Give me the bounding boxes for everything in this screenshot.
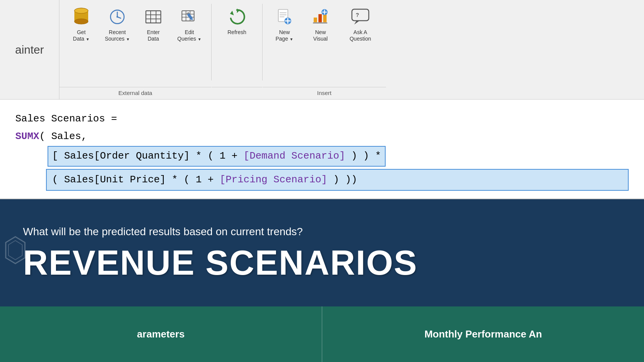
svg-point-3 xyxy=(74,8,88,13)
code-bracket-open: [ Sales[Order Quantity] * ( 1 + xyxy=(52,150,243,162)
get-data-button[interactable]: GetData ▼ xyxy=(64,4,99,45)
code-line-3: [ Sales[Order Quantity] * ( 1 + [Demand … xyxy=(15,146,629,167)
refresh-label: Refresh xyxy=(227,29,246,36)
banner-title: REVENUE SCENARIOS xyxy=(23,246,621,280)
external-data-group-label: External data xyxy=(59,87,211,99)
svg-text:?: ? xyxy=(356,12,359,18)
bottom-card-1-text: arameters xyxy=(137,328,184,340)
toolbar: ainter xyxy=(0,0,644,100)
insert-group-label: Insert xyxy=(263,87,386,99)
clock-icon xyxy=(107,7,127,27)
code-sumx-args: ( Sales, xyxy=(39,129,87,145)
recent-sources-button[interactable]: RecentSources ▼ xyxy=(100,4,135,45)
enter-data-label: EnterData xyxy=(147,29,159,42)
chat-icon: ? xyxy=(350,7,370,27)
refresh-group: Refresh - xyxy=(212,0,262,99)
bottom-card-monthly[interactable]: Monthly Performance An xyxy=(322,306,644,362)
new-visual-button[interactable]: NewVisual xyxy=(303,4,338,45)
banner-decoration xyxy=(4,235,27,271)
svg-marker-40 xyxy=(8,241,22,260)
table-edit-icon xyxy=(179,7,199,27)
refresh-icon xyxy=(227,7,247,27)
enter-data-button[interactable]: EnterData xyxy=(136,4,171,45)
svg-rect-36 xyxy=(352,9,369,21)
code-line-2: SUMX ( Sales, xyxy=(15,129,629,145)
new-visual-label: NewVisual xyxy=(313,29,328,42)
toolbar-left-section: ainter xyxy=(0,0,59,99)
svg-marker-37 xyxy=(354,21,360,25)
code-demand-scenario: [Demand Scenario] xyxy=(243,150,345,162)
new-visual-icon xyxy=(310,7,330,27)
new-page-label: NewPage ▼ xyxy=(276,29,294,42)
svg-rect-8 xyxy=(146,11,161,23)
table-icon xyxy=(143,7,163,27)
new-page-icon xyxy=(274,7,294,27)
code-pricing-scenario: [Pricing Scenario] xyxy=(220,174,327,185)
external-data-group: GetData ▼ RecentSources ▼ xyxy=(59,0,211,99)
code-func-sumx: SUMX xyxy=(15,129,39,145)
insert-group: NewPage ▼ xyxy=(263,0,386,99)
revenue-banner: What will be the predicted results based… xyxy=(0,199,644,306)
refresh-button[interactable]: Refresh xyxy=(218,4,256,39)
get-data-label: GetData ▼ xyxy=(73,29,89,42)
ask-question-label: Ask AQuestion xyxy=(350,29,371,42)
code-selected-3: [ Sales[Order Quantity] * ( 1 + [Demand … xyxy=(48,146,386,167)
svg-marker-21 xyxy=(230,11,234,15)
bottom-card-parameters[interactable]: arameters xyxy=(0,306,322,362)
edit-queries-button[interactable]: EditQueries ▼ xyxy=(172,4,207,45)
ask-question-button[interactable]: ? Ask AQuestion xyxy=(339,4,381,45)
svg-point-2 xyxy=(74,19,88,24)
refresh-group-label-spacer: - xyxy=(212,87,262,99)
code-editor[interactable]: Sales Scenarios = SUMX ( Sales, [ Sales[… xyxy=(0,100,644,199)
code-line4-start: ( Sales[Unit Price] * ( 1 + xyxy=(52,174,220,185)
code-line4-end: ) )) xyxy=(327,174,357,185)
code-line3-end: ) ) * xyxy=(345,150,381,162)
banner-subtitle: What will be the predicted results based… xyxy=(23,226,621,238)
cylinder-icon xyxy=(71,7,91,27)
left-label: ainter xyxy=(15,43,44,56)
code-line-1: Sales Scenarios = xyxy=(15,111,629,127)
new-page-button[interactable]: NewPage ▼ xyxy=(267,4,302,45)
svg-point-7 xyxy=(117,16,118,18)
bottom-cards-row: arameters Monthly Performance An xyxy=(0,306,644,362)
edit-queries-label: EditQueries ▼ xyxy=(177,29,202,42)
bottom-card-2-text: Monthly Performance An xyxy=(424,328,542,340)
code-line-4: ( Sales[Unit Price] * ( 1 + [Pricing Sce… xyxy=(46,169,629,191)
svg-rect-29 xyxy=(314,18,317,22)
svg-rect-30 xyxy=(319,14,322,22)
recent-sources-label: RecentSources ▼ xyxy=(105,29,130,42)
code-assignment: Sales Scenarios = xyxy=(15,111,117,127)
